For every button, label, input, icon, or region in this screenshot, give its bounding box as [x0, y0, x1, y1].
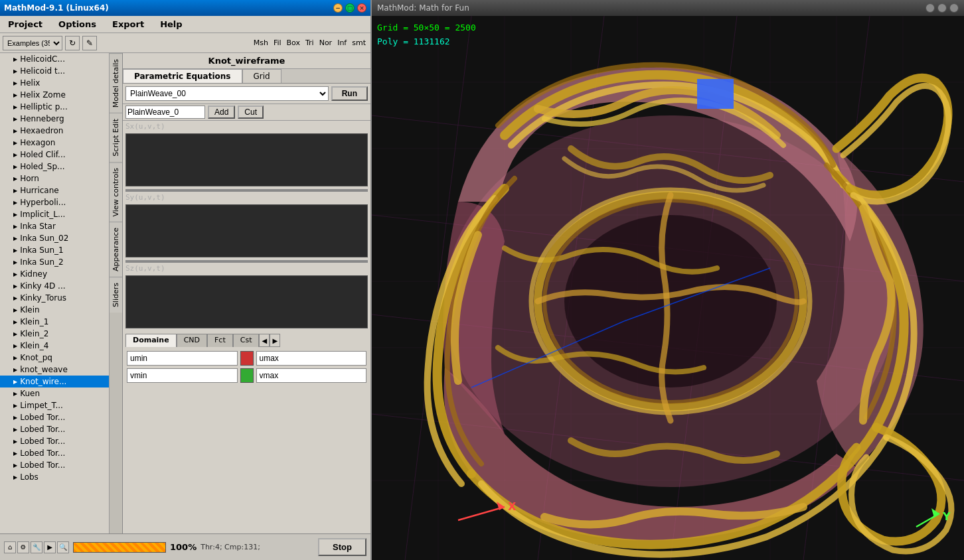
list-item[interactable]: ▶Hyperboli...	[0, 196, 109, 208]
hud-grid: Grid = 50×50 = 2500	[377, 21, 476, 35]
tag-msh[interactable]: Msh	[252, 38, 270, 48]
umin-input[interactable]	[127, 351, 238, 366]
v-color-button[interactable]	[240, 368, 254, 383]
list-item[interactable]: ▶Lobed Tor...	[0, 411, 109, 423]
list-item[interactable]: ▶Klein_1	[0, 316, 109, 328]
list-item[interactable]: ▶Helix Zome	[0, 89, 109, 101]
list-item[interactable]: ▶Inka Sun_1	[0, 244, 109, 256]
sx-input[interactable]	[125, 133, 368, 186]
list-item[interactable]: ▶Hurricane	[0, 184, 109, 196]
menu-options[interactable]: Options	[53, 18, 102, 31]
viewport[interactable]: Grid = 50×50 = 2500 Poly = 1131162	[372, 16, 964, 560]
list-item[interactable]: ▶Inka Star	[0, 220, 109, 232]
tag-tri[interactable]: Tri	[303, 38, 316, 48]
list-item[interactable]: ▶knot_weave	[0, 364, 109, 376]
list-item[interactable]: ▶Lobed Tor...	[0, 459, 109, 471]
menu-project[interactable]: Project	[3, 18, 48, 31]
side-tab-script-edit[interactable]: Script Edit	[110, 113, 122, 162]
list-item[interactable]: ▶Lobed Tor...	[0, 423, 109, 435]
tag-smt[interactable]: smt	[350, 38, 368, 48]
icon-search[interactable]: 🔍	[57, 541, 69, 553]
list-item[interactable]: ▶Klein	[0, 304, 109, 316]
list-item[interactable]: ▶Inka Sun_2	[0, 256, 109, 268]
list-item[interactable]: ▶Kuen	[0, 387, 109, 399]
right-panel: MathMod: Math for Fun Grid = 50×50 = 250…	[372, 0, 964, 560]
list-item[interactable]: ▶Klein_2	[0, 328, 109, 340]
svg-text:Y: Y	[942, 510, 951, 523]
stop-button[interactable]: Stop	[318, 538, 366, 556]
maximize-button[interactable]: □	[345, 3, 355, 13]
list-item[interactable]: ▶HelicoidC...	[0, 53, 109, 65]
right-maximize-button[interactable]	[937, 3, 947, 13]
menu-export[interactable]: Export	[107, 18, 149, 31]
list-item[interactable]: ▶Hexagon	[0, 137, 109, 149]
u-color-button[interactable]	[240, 351, 254, 366]
icon-home[interactable]: ⌂	[4, 541, 16, 553]
tag-inf[interactable]: Inf	[335, 38, 349, 48]
list-item[interactable]: ▶Horn	[0, 173, 109, 184]
run-button[interactable]: Run	[331, 86, 368, 101]
domain-tab-cnd[interactable]: CND	[177, 334, 207, 347]
svg-text:X: X	[508, 500, 517, 513]
right-minimize-button[interactable]	[925, 3, 935, 13]
list-item[interactable]: ▶Lobed Tor...	[0, 447, 109, 459]
progress-icons: ⌂ ⚙ 🔧 ▶ 🔍	[4, 541, 69, 553]
list-item[interactable]: ▶Kinky_Torus	[0, 292, 109, 304]
domain-left-arrow[interactable]: ◀	[259, 334, 270, 347]
list-item[interactable]: ▶Hexaedron	[0, 125, 109, 137]
icon-play[interactable]: ▶	[44, 541, 56, 553]
close-button[interactable]: ×	[357, 3, 366, 13]
domain-right-arrow[interactable]: ▶	[270, 334, 280, 347]
list-item[interactable]: ▶Helicoid t...	[0, 65, 109, 77]
domain-tab-fct[interactable]: Fct	[207, 334, 233, 347]
right-close-button[interactable]	[949, 3, 959, 13]
list-item[interactable]: ▶Klein_4	[0, 340, 109, 352]
minimize-button[interactable]: −	[333, 3, 343, 13]
side-tabs: Model detailsScript EditView controlsApp…	[110, 53, 123, 533]
vmin-input[interactable]	[127, 368, 238, 383]
side-tab-model-details[interactable]: Model details	[110, 53, 122, 113]
tag-nor[interactable]: Nor	[317, 38, 334, 48]
icon-gear[interactable]: ⚙	[17, 541, 29, 553]
icon-tool[interactable]: 🔧	[31, 541, 42, 553]
list-item[interactable]: ▶Kinky 4D ...	[0, 280, 109, 292]
add-button[interactable]: Add	[208, 105, 235, 119]
tag-box[interactable]: Box	[285, 38, 302, 48]
edit-icon[interactable]: ✎	[82, 36, 97, 50]
refresh-icon[interactable]: ↻	[65, 36, 80, 50]
list-item[interactable]: ▶Lobs	[0, 471, 109, 483]
right-title-bar: MathMod: Math for Fun	[372, 0, 964, 16]
examples-select[interactable]: Examples (35≠	[3, 36, 62, 50]
toolbar: Examples (35≠ ↻ ✎ Msh Fil Box Tri Nor In…	[0, 33, 370, 53]
cut-button[interactable]: Cut	[238, 105, 264, 119]
progress-bar-fill	[74, 543, 165, 552]
tab-parametric[interactable]: Parametric Equations	[123, 69, 242, 83]
side-tab-sliders[interactable]: Sliders	[110, 277, 122, 313]
domain-tab-domaine[interactable]: Domaine	[125, 334, 177, 347]
list-item[interactable]: ▶Kidney	[0, 268, 109, 280]
formula-select[interactable]: PlainWeave_00	[125, 86, 329, 101]
list-item[interactable]: ▶Knot_pq	[0, 352, 109, 364]
list-item[interactable]: ▶Holed_Sp...	[0, 161, 109, 173]
list-item[interactable]: ▶Limpet_T...	[0, 399, 109, 411]
list-item[interactable]: ▶Implicit_L...	[0, 208, 109, 220]
menu-help[interactable]: Help	[155, 18, 187, 31]
domain-tab-cst[interactable]: Cst	[233, 334, 260, 347]
list-item[interactable]: ▶Knot_wire...	[0, 376, 109, 387]
sy-input[interactable]	[125, 204, 368, 257]
list-item[interactable]: ▶Helix	[0, 77, 109, 89]
umax-input[interactable]	[256, 351, 367, 366]
list-item[interactable]: ▶Lobed Tor...	[0, 435, 109, 447]
formula-name-input[interactable]	[125, 105, 205, 119]
side-tab-view-controls[interactable]: View controls	[110, 162, 122, 222]
list-item[interactable]: ▶Holed Clif...	[0, 149, 109, 161]
tag-fil[interactable]: Fil	[272, 38, 283, 48]
vmax-input[interactable]	[256, 368, 367, 383]
svg-rect-29	[697, 79, 734, 109]
sz-input[interactable]	[125, 275, 368, 328]
tab-grid[interactable]: Grid	[242, 69, 281, 83]
list-item[interactable]: ▶Helliptic p...	[0, 101, 109, 113]
list-item[interactable]: ▶Henneberg	[0, 113, 109, 125]
list-item[interactable]: ▶Inka Sun_02	[0, 232, 109, 244]
side-tab-appearance[interactable]: Appearance	[110, 222, 122, 277]
